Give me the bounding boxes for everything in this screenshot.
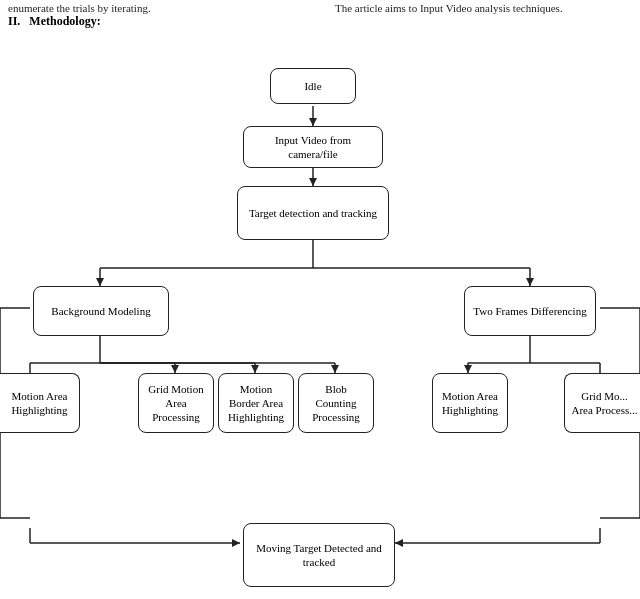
- top-right-text: The article aims to Input Video analysis…: [325, 2, 632, 14]
- blob-counting-box: Blob Counting Processing: [298, 373, 374, 433]
- blob-counting-label: Blob Counting Processing: [305, 382, 367, 425]
- motion-area-right-label: Motion Area Highlighting: [439, 389, 501, 418]
- motion-area-right-box: Motion Area Highlighting: [432, 373, 508, 433]
- moving-target-box: Moving Target Detected and tracked: [243, 523, 395, 587]
- grid-motion-right-box: Grid Mo... Area Process...: [564, 373, 640, 433]
- page: enumerate the trials by iterating. The a…: [0, 0, 640, 599]
- svg-marker-1: [309, 118, 317, 126]
- section-title: Methodology:: [29, 14, 100, 28]
- motion-area-left-box: Motion Area Highlighting: [0, 373, 80, 433]
- section-heading: II. Methodology:: [8, 14, 101, 29]
- two-frames-box: Two Frames Differencing: [464, 286, 596, 336]
- top-left-content: enumerate the trials by iterating.: [8, 2, 151, 14]
- svg-marker-22: [331, 365, 339, 373]
- moving-target-label: Moving Target Detected and tracked: [250, 541, 388, 570]
- svg-marker-19: [251, 365, 259, 373]
- top-right-content: The article aims to Input Video analysis…: [335, 2, 563, 14]
- target-detection-box: Target detection and tracking: [237, 186, 389, 240]
- svg-marker-16: [171, 365, 179, 373]
- background-modeling-box: Background Modeling: [33, 286, 169, 336]
- input-video-label: Input Video from camera/file: [250, 133, 376, 162]
- grid-motion-box: Grid Motion Area Processing: [138, 373, 214, 433]
- input-video-box: Input Video from camera/file: [243, 126, 383, 168]
- two-frames-label: Two Frames Differencing: [473, 304, 586, 318]
- svg-marker-3: [309, 178, 317, 186]
- svg-marker-34: [395, 539, 403, 547]
- grid-motion-label: Grid Motion Area Processing: [145, 382, 207, 425]
- svg-marker-10: [526, 278, 534, 286]
- motion-border-box: Motion Border Area Highlighting: [218, 373, 294, 433]
- top-left-text: enumerate the trials by iterating.: [8, 2, 325, 14]
- motion-area-left-label: Motion Area Highlighting: [6, 389, 73, 418]
- svg-marker-7: [96, 278, 104, 286]
- idle-label: Idle: [304, 79, 321, 93]
- svg-marker-26: [464, 365, 472, 373]
- svg-marker-31: [232, 539, 240, 547]
- idle-box: Idle: [270, 68, 356, 104]
- background-modeling-label: Background Modeling: [51, 304, 150, 318]
- section-number: II.: [8, 14, 20, 28]
- flowchart: Idle Input Video from camera/file Target…: [0, 28, 640, 599]
- motion-border-label: Motion Border Area Highlighting: [225, 382, 287, 425]
- grid-motion-right-label: Grid Mo... Area Process...: [571, 389, 638, 418]
- target-detection-label: Target detection and tracking: [249, 206, 377, 220]
